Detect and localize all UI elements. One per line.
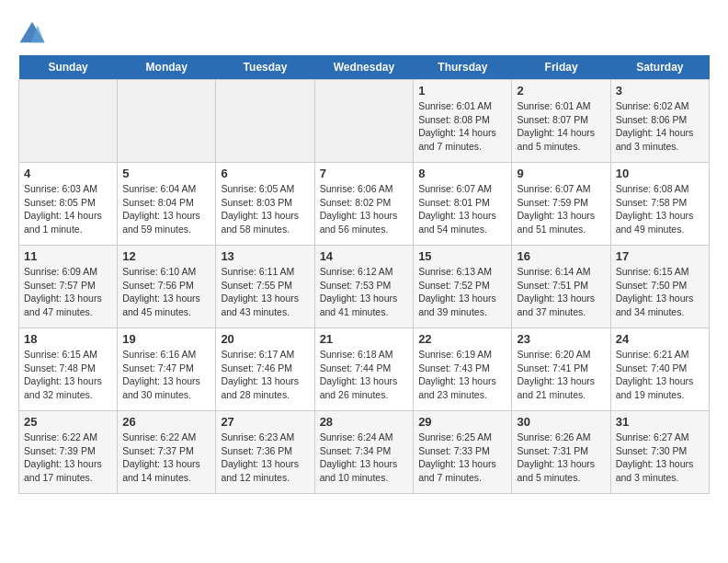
cell-content: Sunrise: 6:17 AM Sunset: 7:46 PM Dayligh… — [221, 348, 309, 402]
cell-content: Sunrise: 6:19 AM Sunset: 7:43 PM Dayligh… — [418, 348, 506, 402]
cell-content: Sunrise: 6:04 AM Sunset: 8:04 PM Dayligh… — [122, 182, 210, 236]
calendar-cell: 18Sunrise: 6:15 AM Sunset: 7:48 PM Dayli… — [19, 328, 118, 411]
date-number: 23 — [517, 332, 605, 346]
calendar-week-2: 11Sunrise: 6:09 AM Sunset: 7:57 PM Dayli… — [19, 246, 710, 328]
date-number: 19 — [122, 332, 210, 346]
date-number: 14 — [320, 249, 409, 263]
calendar-cell: 5Sunrise: 6:04 AM Sunset: 8:04 PM Daylig… — [118, 163, 216, 246]
calendar-cell: 8Sunrise: 6:07 AM Sunset: 8:01 PM Daylig… — [414, 163, 512, 246]
cell-content: Sunrise: 6:11 AM Sunset: 7:55 PM Dayligh… — [221, 265, 309, 319]
calendar-cell: 25Sunrise: 6:22 AM Sunset: 7:39 PM Dayli… — [19, 411, 118, 494]
date-number: 30 — [517, 415, 605, 429]
date-number: 18 — [24, 332, 112, 346]
date-number: 3 — [616, 84, 704, 98]
date-number: 7 — [320, 167, 409, 180]
day-header-monday: Monday — [118, 55, 216, 80]
calendar-cell — [314, 80, 414, 163]
calendar-week-4: 25Sunrise: 6:22 AM Sunset: 7:39 PM Dayli… — [19, 411, 710, 494]
calendar-week-0: 1Sunrise: 6:01 AM Sunset: 8:08 PM Daylig… — [19, 80, 710, 163]
calendar-cell: 28Sunrise: 6:24 AM Sunset: 7:34 PM Dayli… — [314, 411, 414, 494]
date-number: 21 — [320, 332, 409, 346]
day-header-thursday: Thursday — [414, 55, 512, 80]
calendar-cell — [19, 80, 118, 163]
cell-content: Sunrise: 6:09 AM Sunset: 7:57 PM Dayligh… — [24, 265, 112, 319]
calendar-cell: 1Sunrise: 6:01 AM Sunset: 8:08 PM Daylig… — [414, 80, 512, 163]
calendar-cell: 27Sunrise: 6:23 AM Sunset: 7:36 PM Dayli… — [216, 411, 314, 494]
cell-content: Sunrise: 6:27 AM Sunset: 7:30 PM Dayligh… — [616, 431, 704, 485]
calendar-cell: 16Sunrise: 6:14 AM Sunset: 7:51 PM Dayli… — [512, 246, 610, 328]
calendar-cell: 12Sunrise: 6:10 AM Sunset: 7:56 PM Dayli… — [118, 246, 216, 328]
logo-icon — [18, 18, 46, 46]
date-number: 12 — [122, 249, 210, 263]
calendar-cell: 31Sunrise: 6:27 AM Sunset: 7:30 PM Dayli… — [610, 411, 709, 494]
day-header-tuesday: Tuesday — [216, 55, 314, 80]
cell-content: Sunrise: 6:07 AM Sunset: 8:01 PM Dayligh… — [418, 182, 506, 236]
date-number: 1 — [418, 84, 506, 98]
date-number: 4 — [24, 167, 112, 180]
date-number: 16 — [517, 249, 605, 263]
calendar-cell — [118, 80, 216, 163]
calendar-cell: 11Sunrise: 6:09 AM Sunset: 7:57 PM Dayli… — [19, 246, 118, 328]
cell-content: Sunrise: 6:13 AM Sunset: 7:52 PM Dayligh… — [418, 265, 506, 319]
date-number: 6 — [221, 167, 309, 180]
date-number: 5 — [122, 167, 210, 180]
cell-content: Sunrise: 6:20 AM Sunset: 7:41 PM Dayligh… — [517, 348, 605, 402]
date-number: 10 — [616, 167, 704, 180]
date-number: 31 — [616, 415, 704, 429]
date-number: 22 — [418, 332, 506, 346]
date-number: 9 — [517, 167, 605, 180]
day-header-sunday: Sunday — [19, 55, 118, 80]
date-number: 17 — [616, 249, 704, 263]
cell-content: Sunrise: 6:07 AM Sunset: 7:59 PM Dayligh… — [517, 182, 605, 236]
date-number: 25 — [24, 415, 112, 429]
calendar-week-3: 18Sunrise: 6:15 AM Sunset: 7:48 PM Dayli… — [19, 328, 710, 411]
calendar-cell: 26Sunrise: 6:22 AM Sunset: 7:37 PM Dayli… — [118, 411, 216, 494]
date-number: 26 — [122, 415, 210, 429]
calendar-cell: 24Sunrise: 6:21 AM Sunset: 7:40 PM Dayli… — [610, 328, 709, 411]
cell-content: Sunrise: 6:08 AM Sunset: 7:58 PM Dayligh… — [616, 182, 704, 236]
date-number: 20 — [221, 332, 309, 346]
calendar-week-1: 4Sunrise: 6:03 AM Sunset: 8:05 PM Daylig… — [19, 163, 710, 246]
cell-content: Sunrise: 6:03 AM Sunset: 8:05 PM Dayligh… — [24, 182, 112, 236]
cell-content: Sunrise: 6:25 AM Sunset: 7:33 PM Dayligh… — [418, 431, 506, 485]
cell-content: Sunrise: 6:01 AM Sunset: 8:07 PM Dayligh… — [517, 99, 605, 154]
calendar-cell: 22Sunrise: 6:19 AM Sunset: 7:43 PM Dayli… — [414, 328, 512, 411]
calendar-cell: 14Sunrise: 6:12 AM Sunset: 7:53 PM Dayli… — [314, 246, 414, 328]
calendar-table: SundayMondayTuesdayWednesdayThursdayFrid… — [18, 55, 710, 494]
calendar-cell — [216, 80, 314, 163]
calendar-cell: 4Sunrise: 6:03 AM Sunset: 8:05 PM Daylig… — [19, 163, 118, 246]
cell-content: Sunrise: 6:22 AM Sunset: 7:37 PM Dayligh… — [122, 431, 210, 485]
calendar-cell: 6Sunrise: 6:05 AM Sunset: 8:03 PM Daylig… — [216, 163, 314, 246]
date-number: 28 — [320, 415, 409, 429]
cell-content: Sunrise: 6:12 AM Sunset: 7:53 PM Dayligh… — [320, 265, 409, 319]
cell-content: Sunrise: 6:18 AM Sunset: 7:44 PM Dayligh… — [320, 348, 409, 402]
cell-content: Sunrise: 6:05 AM Sunset: 8:03 PM Dayligh… — [221, 182, 309, 236]
calendar-cell: 29Sunrise: 6:25 AM Sunset: 7:33 PM Dayli… — [414, 411, 512, 494]
calendar-cell: 30Sunrise: 6:26 AM Sunset: 7:31 PM Dayli… — [512, 411, 610, 494]
calendar-cell: 10Sunrise: 6:08 AM Sunset: 7:58 PM Dayli… — [610, 163, 709, 246]
calendar-cell: 20Sunrise: 6:17 AM Sunset: 7:46 PM Dayli… — [216, 328, 314, 411]
date-number: 24 — [616, 332, 704, 346]
cell-content: Sunrise: 6:06 AM Sunset: 8:02 PM Dayligh… — [320, 182, 409, 236]
date-number: 15 — [418, 249, 506, 263]
cell-content: Sunrise: 6:21 AM Sunset: 7:40 PM Dayligh… — [616, 348, 704, 402]
date-number: 29 — [418, 415, 506, 429]
cell-content: Sunrise: 6:02 AM Sunset: 8:06 PM Dayligh… — [616, 99, 704, 154]
day-header-friday: Friday — [512, 55, 610, 80]
cell-content: Sunrise: 6:14 AM Sunset: 7:51 PM Dayligh… — [517, 265, 605, 319]
calendar-cell: 9Sunrise: 6:07 AM Sunset: 7:59 PM Daylig… — [512, 163, 610, 246]
page-header — [18, 18, 710, 46]
cell-content: Sunrise: 6:22 AM Sunset: 7:39 PM Dayligh… — [24, 431, 112, 485]
cell-content: Sunrise: 6:10 AM Sunset: 7:56 PM Dayligh… — [122, 265, 210, 319]
date-number: 8 — [418, 167, 506, 180]
day-header-saturday: Saturday — [610, 55, 709, 80]
calendar-cell: 2Sunrise: 6:01 AM Sunset: 8:07 PM Daylig… — [512, 80, 610, 163]
calendar-cell: 3Sunrise: 6:02 AM Sunset: 8:06 PM Daylig… — [610, 80, 709, 163]
cell-content: Sunrise: 6:01 AM Sunset: 8:08 PM Dayligh… — [418, 99, 506, 154]
calendar-cell: 13Sunrise: 6:11 AM Sunset: 7:55 PM Dayli… — [216, 246, 314, 328]
calendar-cell: 15Sunrise: 6:13 AM Sunset: 7:52 PM Dayli… — [414, 246, 512, 328]
day-header-wednesday: Wednesday — [314, 55, 414, 80]
calendar-cell: 21Sunrise: 6:18 AM Sunset: 7:44 PM Dayli… — [314, 328, 414, 411]
cell-content: Sunrise: 6:23 AM Sunset: 7:36 PM Dayligh… — [221, 431, 309, 485]
calendar-cell: 7Sunrise: 6:06 AM Sunset: 8:02 PM Daylig… — [314, 163, 414, 246]
